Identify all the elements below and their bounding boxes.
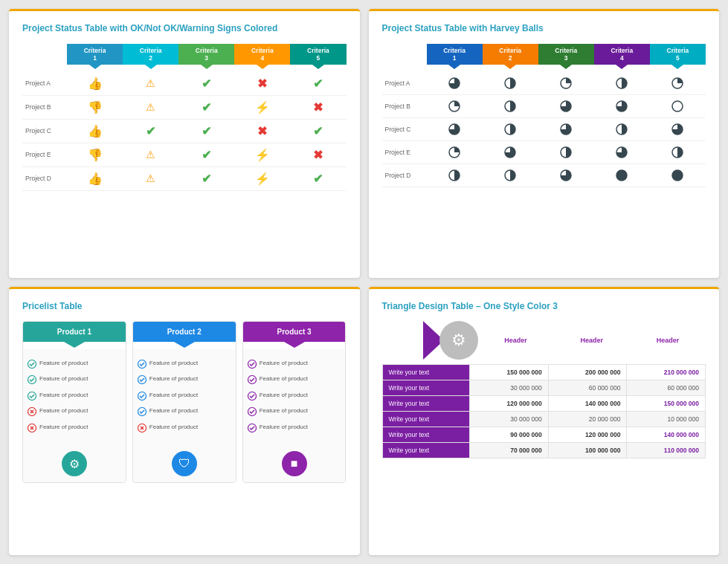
h-criteria-4: Criteria4 (594, 44, 650, 65)
cross-icon (138, 424, 146, 435)
feature-text: Feature of product (260, 375, 308, 383)
svg-point-24 (616, 170, 627, 181)
table-row: Write your text30 000 00020 000 00010 00… (382, 412, 706, 427)
triangle-table-wrap: ⚙ Header Header Header Write your text15… (382, 321, 706, 458)
feature-text: Feature of product (39, 360, 88, 367)
cell-value: 140 000 000 (548, 396, 627, 412)
price-feature: Feature of product (138, 360, 231, 371)
table-row: Write your text30 000 00060 000 00060 00… (382, 380, 706, 396)
table-row: Project C 👍 ✔ ✔ ✖ ✔ (22, 119, 347, 143)
check-icon: ✔ (313, 172, 323, 185)
price-badge-icon: 🛡 (172, 451, 197, 476)
price-column: Product 3Feature of productFeature of pr… (242, 321, 347, 483)
cross-icon: ✖ (313, 101, 323, 114)
card-title-bottom-left: Pricelist Table (22, 301, 347, 313)
thumbdown-icon: 👎 (88, 101, 103, 114)
cell-value: 110 000 000 (627, 443, 706, 458)
check-icon (28, 392, 36, 403)
feature-text: Feature of product (260, 392, 308, 399)
cell-value: 120 000 000 (470, 396, 549, 412)
check-icon (28, 375, 36, 386)
harvey-table: Criteria1 Criteria2 Criteria3 Criteria4 … (382, 44, 706, 187)
card-title-top-left: Project Status Table with OK/Not OK/Warn… (22, 23, 347, 35)
price-feature: Feature of product (28, 392, 121, 403)
table-row: Project B (382, 94, 706, 117)
price-feature: Feature of product (28, 375, 121, 386)
check-icon (248, 424, 257, 435)
triangle-data-table: Write your text150 000 000200 000 000210… (382, 364, 706, 458)
table-row: Project D 👍 ⚠ ✔ ⚡ ✔ (22, 166, 347, 190)
check-icon: ✔ (313, 77, 323, 90)
pricelist-container: Product 1Feature of productFeature of pr… (22, 321, 347, 483)
cross-icon (28, 424, 36, 435)
feature-text: Feature of product (149, 360, 198, 367)
table-row: Project A (382, 72, 706, 95)
check-icon: ✔ (202, 172, 211, 185)
cell-value: 30 000 000 (470, 380, 549, 396)
table-row: Project D (382, 163, 706, 187)
warning-icon: ⚠ (146, 172, 155, 184)
thumbup-icon: 👍 (88, 77, 103, 90)
warning-icon: ⚠ (146, 101, 155, 113)
table-row: Write your text120 000 000140 000 000150… (382, 396, 706, 412)
card-title-bottom-right: Triangle Design Table – One Style Color … (382, 301, 706, 313)
check-icon: ✔ (202, 101, 211, 114)
bolt-icon: ⚡ (255, 101, 270, 114)
cell-value: 10 000 000 (627, 412, 706, 427)
thumbup-icon: 👍 (88, 125, 103, 137)
row-label: Write your text (382, 365, 470, 380)
thumbup-icon: 👍 (88, 172, 103, 185)
criteria-5-header: Criteria5 (290, 44, 346, 65)
cell-value: 30 000 000 (470, 412, 549, 427)
criteria-1-header: Criteria1 (67, 44, 123, 65)
table-row: Project A 👍 ⚠ ✔ ✖ ✔ (22, 72, 347, 96)
criteria-3-header: Criteria3 (178, 44, 234, 65)
feature-text: Feature of product (149, 407, 198, 415)
price-feature: Feature of product (248, 360, 341, 371)
price-column: Product 1Feature of productFeature of pr… (22, 321, 126, 483)
warning-icon: ⚠ (146, 149, 155, 161)
criteria-4-header: Criteria4 (234, 44, 290, 65)
cell-value: 60 000 000 (627, 380, 706, 396)
feature-text: Feature of product (260, 360, 308, 367)
cell-value: 210 000 000 (627, 365, 706, 380)
price-feature: Feature of product (248, 392, 341, 403)
check-icon (138, 392, 146, 403)
h-criteria-5: Criteria5 (650, 44, 706, 65)
bolt-icon: ⚡ (255, 172, 270, 185)
row-label: Write your text (382, 380, 470, 396)
cell-value: 200 000 000 (548, 365, 627, 380)
cell-value: 100 000 000 (548, 443, 627, 458)
price-feature: Feature of product (248, 424, 341, 435)
cell-value: 140 000 000 (627, 427, 706, 443)
criteria-2-header: Criteria2 (123, 44, 178, 65)
row-label: Write your text (382, 427, 470, 443)
price-feature: Feature of product (138, 407, 231, 418)
h-criteria-3: Criteria3 (538, 44, 594, 65)
check-icon (248, 360, 257, 371)
cross-icon: ✖ (313, 149, 323, 161)
price-feature: Feature of product (28, 360, 121, 371)
price-feature: Feature of product (28, 424, 121, 435)
cell-value: 20 000 000 (548, 412, 627, 427)
cell-value: 70 000 000 (470, 443, 549, 458)
card-title-top-right: Project Status Table with Harvey Balls (382, 23, 706, 35)
feature-text: Feature of product (39, 424, 88, 431)
price-feature: Feature of product (138, 424, 231, 435)
cell-value: 150 000 000 (470, 365, 549, 380)
check-icon: ✔ (202, 149, 211, 161)
bolt-icon: ⚡ (255, 149, 270, 161)
row-label: Write your text (382, 396, 470, 412)
row-label: Write your text (382, 443, 470, 458)
price-badge-icon: ⚙ (62, 451, 87, 476)
price-feature: Feature of product (28, 407, 121, 418)
feature-text: Feature of product (149, 392, 198, 399)
cell-value: 150 000 000 (627, 396, 706, 412)
price-feature: Feature of product (248, 407, 341, 418)
check-icon: ✔ (202, 125, 211, 137)
card-bottom-right: Triangle Design Table – One Style Color … (369, 287, 720, 556)
row-label: Write your text (382, 412, 470, 427)
cross-icon (28, 407, 36, 418)
check-icon (28, 360, 36, 371)
table-row: Project E 👎 ⚠ ✔ ⚡ ✖ (22, 143, 347, 166)
